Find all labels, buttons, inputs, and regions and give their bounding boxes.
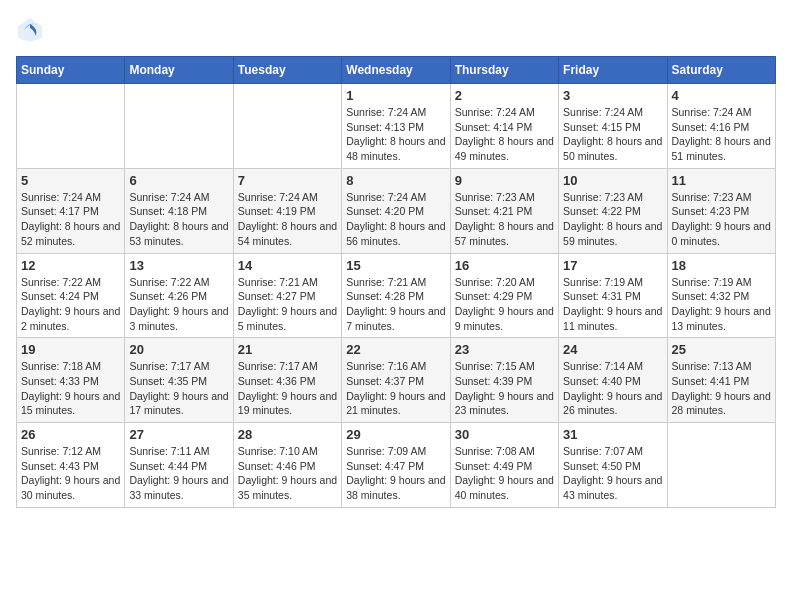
day-number: 5	[21, 173, 120, 188]
day-number: 10	[563, 173, 662, 188]
calendar-day-cell	[233, 84, 341, 169]
th-wednesday: Wednesday	[342, 57, 450, 84]
day-number: 6	[129, 173, 228, 188]
calendar-day-cell: 5Sunrise: 7:24 AM Sunset: 4:17 PM Daylig…	[17, 168, 125, 253]
day-info: Sunrise: 7:23 AM Sunset: 4:21 PM Dayligh…	[455, 190, 554, 249]
calendar-week-row: 5Sunrise: 7:24 AM Sunset: 4:17 PM Daylig…	[17, 168, 776, 253]
calendar-day-cell: 31Sunrise: 7:07 AM Sunset: 4:50 PM Dayli…	[559, 423, 667, 508]
day-number: 3	[563, 88, 662, 103]
calendar-day-cell: 16Sunrise: 7:20 AM Sunset: 4:29 PM Dayli…	[450, 253, 558, 338]
day-info: Sunrise: 7:11 AM Sunset: 4:44 PM Dayligh…	[129, 444, 228, 503]
day-info: Sunrise: 7:21 AM Sunset: 4:28 PM Dayligh…	[346, 275, 445, 334]
day-number: 26	[21, 427, 120, 442]
day-number: 14	[238, 258, 337, 273]
day-info: Sunrise: 7:24 AM Sunset: 4:20 PM Dayligh…	[346, 190, 445, 249]
calendar-day-cell: 8Sunrise: 7:24 AM Sunset: 4:20 PM Daylig…	[342, 168, 450, 253]
day-number: 30	[455, 427, 554, 442]
calendar-day-cell: 27Sunrise: 7:11 AM Sunset: 4:44 PM Dayli…	[125, 423, 233, 508]
day-info: Sunrise: 7:24 AM Sunset: 4:14 PM Dayligh…	[455, 105, 554, 164]
day-info: Sunrise: 7:24 AM Sunset: 4:17 PM Dayligh…	[21, 190, 120, 249]
day-info: Sunrise: 7:09 AM Sunset: 4:47 PM Dayligh…	[346, 444, 445, 503]
day-info: Sunrise: 7:13 AM Sunset: 4:41 PM Dayligh…	[672, 359, 771, 418]
th-friday: Friday	[559, 57, 667, 84]
day-info: Sunrise: 7:07 AM Sunset: 4:50 PM Dayligh…	[563, 444, 662, 503]
day-info: Sunrise: 7:18 AM Sunset: 4:33 PM Dayligh…	[21, 359, 120, 418]
day-number: 18	[672, 258, 771, 273]
day-number: 19	[21, 342, 120, 357]
day-number: 22	[346, 342, 445, 357]
calendar-day-cell: 6Sunrise: 7:24 AM Sunset: 4:18 PM Daylig…	[125, 168, 233, 253]
calendar-week-row: 12Sunrise: 7:22 AM Sunset: 4:24 PM Dayli…	[17, 253, 776, 338]
day-number: 8	[346, 173, 445, 188]
day-info: Sunrise: 7:24 AM Sunset: 4:13 PM Dayligh…	[346, 105, 445, 164]
logo	[16, 16, 46, 44]
calendar-day-cell: 28Sunrise: 7:10 AM Sunset: 4:46 PM Dayli…	[233, 423, 341, 508]
calendar-day-cell: 18Sunrise: 7:19 AM Sunset: 4:32 PM Dayli…	[667, 253, 775, 338]
day-info: Sunrise: 7:23 AM Sunset: 4:22 PM Dayligh…	[563, 190, 662, 249]
calendar-day-cell: 24Sunrise: 7:14 AM Sunset: 4:40 PM Dayli…	[559, 338, 667, 423]
calendar-day-cell: 25Sunrise: 7:13 AM Sunset: 4:41 PM Dayli…	[667, 338, 775, 423]
day-number: 9	[455, 173, 554, 188]
day-number: 25	[672, 342, 771, 357]
day-number: 4	[672, 88, 771, 103]
calendar-day-cell: 14Sunrise: 7:21 AM Sunset: 4:27 PM Dayli…	[233, 253, 341, 338]
day-info: Sunrise: 7:17 AM Sunset: 4:35 PM Dayligh…	[129, 359, 228, 418]
calendar-day-cell: 15Sunrise: 7:21 AM Sunset: 4:28 PM Dayli…	[342, 253, 450, 338]
th-sunday: Sunday	[17, 57, 125, 84]
day-info: Sunrise: 7:15 AM Sunset: 4:39 PM Dayligh…	[455, 359, 554, 418]
day-info: Sunrise: 7:24 AM Sunset: 4:15 PM Dayligh…	[563, 105, 662, 164]
day-number: 12	[21, 258, 120, 273]
day-info: Sunrise: 7:24 AM Sunset: 4:19 PM Dayligh…	[238, 190, 337, 249]
day-number: 31	[563, 427, 662, 442]
calendar-header-row: Sunday Monday Tuesday Wednesday Thursday…	[17, 57, 776, 84]
day-info: Sunrise: 7:12 AM Sunset: 4:43 PM Dayligh…	[21, 444, 120, 503]
page-header	[16, 16, 776, 44]
day-info: Sunrise: 7:22 AM Sunset: 4:24 PM Dayligh…	[21, 275, 120, 334]
calendar-week-row: 26Sunrise: 7:12 AM Sunset: 4:43 PM Dayli…	[17, 423, 776, 508]
day-info: Sunrise: 7:17 AM Sunset: 4:36 PM Dayligh…	[238, 359, 337, 418]
day-info: Sunrise: 7:19 AM Sunset: 4:32 PM Dayligh…	[672, 275, 771, 334]
day-info: Sunrise: 7:24 AM Sunset: 4:16 PM Dayligh…	[672, 105, 771, 164]
calendar-day-cell	[17, 84, 125, 169]
th-thursday: Thursday	[450, 57, 558, 84]
th-monday: Monday	[125, 57, 233, 84]
calendar-day-cell: 2Sunrise: 7:24 AM Sunset: 4:14 PM Daylig…	[450, 84, 558, 169]
day-number: 23	[455, 342, 554, 357]
calendar-day-cell	[125, 84, 233, 169]
th-saturday: Saturday	[667, 57, 775, 84]
calendar-day-cell: 17Sunrise: 7:19 AM Sunset: 4:31 PM Dayli…	[559, 253, 667, 338]
calendar-day-cell: 9Sunrise: 7:23 AM Sunset: 4:21 PM Daylig…	[450, 168, 558, 253]
day-info: Sunrise: 7:10 AM Sunset: 4:46 PM Dayligh…	[238, 444, 337, 503]
day-number: 1	[346, 88, 445, 103]
calendar-table: Sunday Monday Tuesday Wednesday Thursday…	[16, 56, 776, 508]
day-number: 21	[238, 342, 337, 357]
day-info: Sunrise: 7:14 AM Sunset: 4:40 PM Dayligh…	[563, 359, 662, 418]
calendar-day-cell: 29Sunrise: 7:09 AM Sunset: 4:47 PM Dayli…	[342, 423, 450, 508]
calendar-day-cell: 12Sunrise: 7:22 AM Sunset: 4:24 PM Dayli…	[17, 253, 125, 338]
day-info: Sunrise: 7:19 AM Sunset: 4:31 PM Dayligh…	[563, 275, 662, 334]
day-number: 29	[346, 427, 445, 442]
calendar-day-cell: 7Sunrise: 7:24 AM Sunset: 4:19 PM Daylig…	[233, 168, 341, 253]
svg-marker-0	[18, 18, 42, 42]
calendar-day-cell: 19Sunrise: 7:18 AM Sunset: 4:33 PM Dayli…	[17, 338, 125, 423]
calendar-day-cell: 11Sunrise: 7:23 AM Sunset: 4:23 PM Dayli…	[667, 168, 775, 253]
calendar-day-cell: 26Sunrise: 7:12 AM Sunset: 4:43 PM Dayli…	[17, 423, 125, 508]
day-number: 17	[563, 258, 662, 273]
calendar-day-cell: 30Sunrise: 7:08 AM Sunset: 4:49 PM Dayli…	[450, 423, 558, 508]
calendar-day-cell: 1Sunrise: 7:24 AM Sunset: 4:13 PM Daylig…	[342, 84, 450, 169]
th-tuesday: Tuesday	[233, 57, 341, 84]
calendar-day-cell: 13Sunrise: 7:22 AM Sunset: 4:26 PM Dayli…	[125, 253, 233, 338]
calendar-week-row: 1Sunrise: 7:24 AM Sunset: 4:13 PM Daylig…	[17, 84, 776, 169]
day-info: Sunrise: 7:20 AM Sunset: 4:29 PM Dayligh…	[455, 275, 554, 334]
calendar-day-cell	[667, 423, 775, 508]
day-number: 13	[129, 258, 228, 273]
day-info: Sunrise: 7:21 AM Sunset: 4:27 PM Dayligh…	[238, 275, 337, 334]
calendar-day-cell: 4Sunrise: 7:24 AM Sunset: 4:16 PM Daylig…	[667, 84, 775, 169]
calendar-day-cell: 10Sunrise: 7:23 AM Sunset: 4:22 PM Dayli…	[559, 168, 667, 253]
day-number: 24	[563, 342, 662, 357]
day-info: Sunrise: 7:23 AM Sunset: 4:23 PM Dayligh…	[672, 190, 771, 249]
logo-icon	[16, 16, 44, 44]
day-number: 27	[129, 427, 228, 442]
day-number: 2	[455, 88, 554, 103]
day-number: 16	[455, 258, 554, 273]
